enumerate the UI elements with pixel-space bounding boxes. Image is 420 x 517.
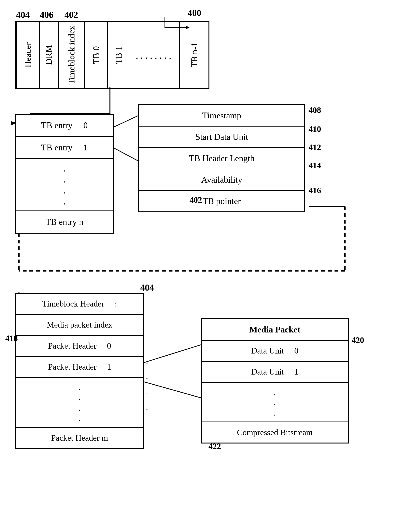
ref-label-404: 404 — [16, 9, 30, 20]
field-timestamp: Timestamp — [139, 105, 304, 126]
top-structure: Header DRM Timeblock index TB 0 TB 1 ...… — [15, 21, 210, 89]
box-header: Header — [16, 22, 39, 88]
packet-header-m: Packet Header m — [16, 428, 143, 448]
field-tb-pointer: TB pointer — [139, 191, 304, 211]
ref-404-bottom: 404 — [140, 282, 154, 293]
ref-label-402: 402 — [64, 9, 78, 20]
svg-line-6 — [110, 116, 138, 129]
packet-header-1: Packet Header 1 — [16, 357, 143, 378]
media-packet-header-row: Media Packet — [202, 319, 348, 341]
box-dots: ........ — [130, 22, 180, 88]
packet-header-0: Packet Header 0 — [16, 336, 143, 357]
field-tb-header-length: TB Header Length — [139, 148, 304, 169]
ref-label-406: 406 — [40, 9, 53, 20]
tb-entry-0: TB entry 0 — [16, 115, 113, 137]
box-drm: DRM — [39, 22, 58, 88]
svg-line-14 — [140, 345, 201, 364]
tb-entry-dots: . . . . — [16, 159, 113, 211]
ref-416: 416 — [308, 186, 321, 195]
media-packet-index-row: Media packet index — [16, 315, 143, 336]
timeblock-detail-box: Timeblock Header : Media packet index Pa… — [15, 293, 144, 449]
ref-402-middle: 402 — [189, 195, 202, 205]
data-unit-dots: . . . — [202, 383, 348, 422]
tb-entry-n: TB entry n — [16, 211, 113, 233]
packet-header-right-dots: . . . . — [146, 356, 148, 412]
field-start-data-unit: Start Data Unit — [139, 126, 304, 148]
tb-entry-1: TB entry 1 — [16, 137, 113, 159]
packet-header-dots: . . . . — [16, 378, 143, 428]
ref-label-400: 400 — [188, 7, 201, 18]
tb-detail-fields: Timestamp Start Data Unit TB Header Leng… — [138, 104, 305, 212]
tb-entries-list: TB entry 0 TB entry 1 . . . . TB entry n — [15, 114, 114, 234]
box-tb1: TB 1 — [107, 22, 130, 88]
svg-line-7 — [110, 146, 138, 161]
box-timeblock: Timeblock index — [58, 22, 84, 88]
diagram-container: 404 406 402 400 Header DRM Timeblock ind… — [0, 0, 420, 517]
ref-420: 420 — [352, 335, 364, 345]
ref-410: 410 — [308, 124, 321, 134]
box-tb0: TB 0 — [84, 22, 107, 88]
data-unit-0: Data Unit 0 — [202, 341, 348, 362]
ref-422: 422 — [209, 441, 221, 451]
box-tbn1: TB n-1 — [180, 22, 209, 88]
timeblock-header-row: Timeblock Header : — [16, 294, 143, 315]
compressed-bitstream: Compressed Bitstream — [202, 422, 348, 443]
ref-408: 408 — [308, 105, 321, 115]
svg-line-15 — [140, 381, 201, 398]
field-availability: Availability — [139, 169, 304, 191]
data-unit-1: Data Unit 1 — [202, 362, 348, 383]
ref-414: 414 — [308, 161, 321, 170]
ref-418: 418 — [5, 333, 18, 343]
media-packet-box: Media Packet Data Unit 0 Data Unit 1 . .… — [201, 318, 349, 443]
ref-412: 412 — [308, 142, 321, 152]
